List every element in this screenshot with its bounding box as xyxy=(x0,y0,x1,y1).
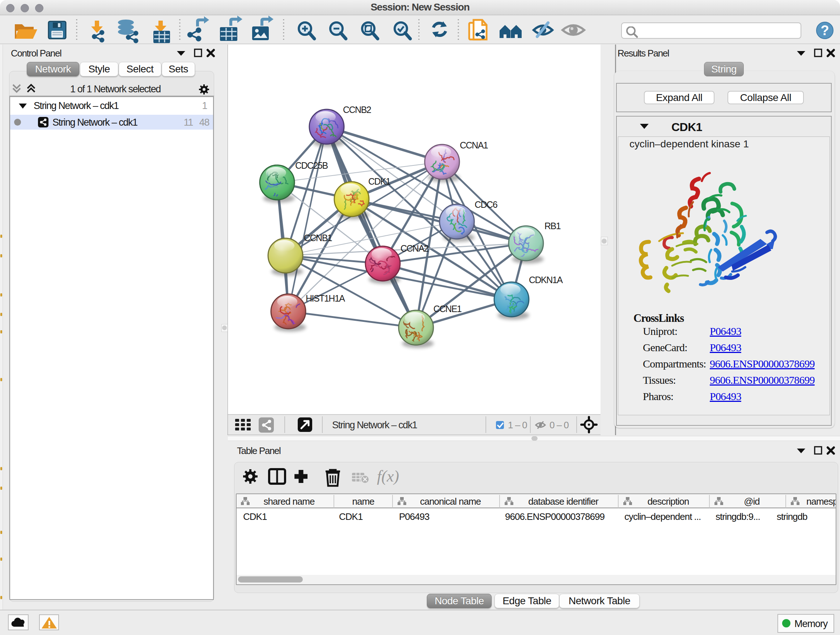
svg-text:namespace: namespace xyxy=(806,496,836,507)
svg-text:CDC25B: CDC25B xyxy=(295,160,328,171)
svg-text:description: description xyxy=(647,496,689,507)
svg-text:CCNA2: CCNA2 xyxy=(401,243,429,253)
svg-text:@id: @id xyxy=(744,496,760,507)
svg-text:CCNB1: CCNB1 xyxy=(304,233,332,243)
svg-text:name: name xyxy=(352,496,374,507)
svg-text:CDC6: CDC6 xyxy=(475,200,497,210)
svg-text:database identifier: database identifier xyxy=(528,496,599,507)
svg-text:f(x): f(x) xyxy=(377,467,399,485)
svg-text:CDKN1A: CDKN1A xyxy=(529,275,563,285)
svg-text:CCNE1: CCNE1 xyxy=(433,304,462,314)
svg-text:canonical name: canonical name xyxy=(420,496,481,507)
svg-text:HIST1H1A: HIST1H1A xyxy=(306,293,345,303)
svg-text:RB1: RB1 xyxy=(545,221,561,231)
svg-text:?: ? xyxy=(821,23,829,38)
svg-text:CCNA1: CCNA1 xyxy=(460,140,488,150)
svg-text:1 – 0: 1 – 0 xyxy=(508,420,527,431)
svg-text:CCNB2: CCNB2 xyxy=(343,105,371,115)
svg-text:shared name: shared name xyxy=(264,496,315,507)
svg-text:CDK1: CDK1 xyxy=(368,176,390,187)
svg-text:String Network – cdk1: String Network – cdk1 xyxy=(332,420,417,431)
svg-text:0 – 0: 0 – 0 xyxy=(549,420,569,431)
